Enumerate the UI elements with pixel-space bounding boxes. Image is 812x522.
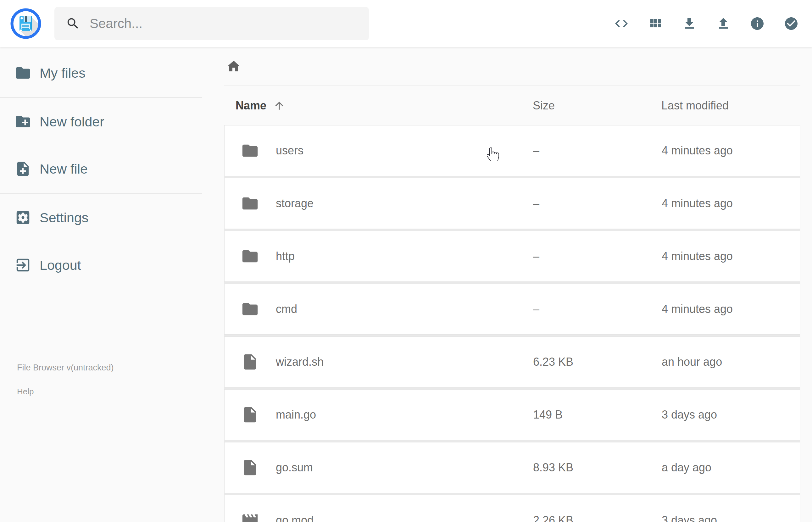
logout-icon bbox=[15, 257, 32, 274]
file-modified: 3 days ago bbox=[662, 514, 800, 522]
file-name: main.go bbox=[276, 408, 533, 421]
folder-icon bbox=[241, 194, 276, 213]
create-new-folder-icon bbox=[15, 113, 32, 130]
file-name: storage bbox=[276, 197, 533, 210]
code-icon bbox=[614, 16, 629, 31]
sidebar-item-label: New folder bbox=[40, 114, 104, 129]
note-add-icon bbox=[15, 160, 32, 177]
search-input[interactable] bbox=[89, 16, 348, 32]
folder-icon bbox=[15, 64, 32, 81]
file-row-go-sum[interactable]: go.sum 8.93 KB a day ago bbox=[224, 442, 800, 493]
arrow-up-icon bbox=[273, 100, 285, 112]
upload-icon bbox=[716, 16, 731, 31]
sidebar-divider bbox=[0, 97, 202, 98]
file-icon bbox=[241, 353, 276, 371]
header bbox=[0, 0, 812, 47]
info-button[interactable] bbox=[750, 16, 766, 32]
file-size: – bbox=[533, 144, 662, 157]
file-name: go.mod bbox=[276, 514, 533, 522]
listing-column-headers: Name Size Last modified bbox=[224, 86, 800, 125]
file-list: users – 4 minutes ago storage – 4 minute… bbox=[224, 125, 800, 522]
file-row-http[interactable]: http – 4 minutes ago bbox=[224, 231, 800, 282]
info-icon bbox=[750, 16, 765, 31]
file-size: 8.93 KB bbox=[533, 461, 662, 474]
app-version: File Browser v(untracked) bbox=[17, 362, 202, 373]
movie-icon bbox=[241, 511, 276, 522]
file-row-cmd[interactable]: cmd – 4 minutes ago bbox=[224, 284, 800, 335]
sidebar-item-label: My files bbox=[40, 65, 85, 81]
breadcrumb bbox=[224, 47, 800, 86]
header-toolbar bbox=[614, 16, 799, 32]
check-circle-icon bbox=[784, 16, 799, 31]
file-size: – bbox=[533, 250, 662, 263]
help-link[interactable]: Help bbox=[17, 386, 34, 397]
floppy-disk-logo-icon bbox=[10, 8, 41, 39]
file-row-main-go[interactable]: main.go 149 B 3 days ago bbox=[224, 389, 800, 440]
file-row-wizard-sh[interactable]: wizard.sh 6.23 KB an hour ago bbox=[224, 337, 800, 387]
file-modified: 4 minutes ago bbox=[662, 250, 800, 263]
file-name: cmd bbox=[276, 302, 533, 316]
file-size: 2.26 KB bbox=[533, 514, 662, 522]
sidebar-item-new-folder[interactable]: New folder bbox=[0, 106, 202, 137]
file-modified: 4 minutes ago bbox=[662, 144, 800, 157]
file-size: 6.23 KB bbox=[533, 355, 662, 368]
file-modified: 4 minutes ago bbox=[662, 302, 800, 316]
file-name: go.sum bbox=[276, 461, 533, 474]
upload-button[interactable] bbox=[716, 16, 731, 32]
sidebar-item-label: Settings bbox=[40, 210, 88, 225]
download-icon bbox=[682, 16, 697, 31]
column-header-modified[interactable]: Last modified bbox=[662, 99, 729, 112]
file-name: http bbox=[276, 250, 533, 263]
file-listing: Name Size Last modified users – 4 minute… bbox=[202, 47, 812, 522]
download-button[interactable] bbox=[682, 16, 697, 32]
file-icon bbox=[241, 406, 276, 424]
settings-icon bbox=[15, 209, 32, 226]
sidebar-item-logout[interactable]: Logout bbox=[0, 250, 202, 280]
file-modified: 4 minutes ago bbox=[662, 197, 800, 210]
sidebar-footer: File Browser v(untracked) Help bbox=[0, 362, 202, 397]
file-row-users[interactable]: users – 4 minutes ago bbox=[224, 125, 800, 176]
file-row-storage[interactable]: storage – 4 minutes ago bbox=[224, 178, 800, 229]
file-size: – bbox=[533, 197, 662, 210]
sidebar-item-new-file[interactable]: New file bbox=[0, 154, 202, 184]
sidebar-item-settings[interactable]: Settings bbox=[0, 202, 202, 233]
column-header-name[interactable]: Name bbox=[236, 99, 285, 112]
view-mode-button[interactable] bbox=[648, 16, 664, 32]
sidebar-item-label: Logout bbox=[40, 258, 81, 273]
home-button[interactable] bbox=[226, 59, 241, 74]
app-logo[interactable] bbox=[10, 8, 41, 39]
file-size: – bbox=[533, 302, 662, 316]
search-icon bbox=[66, 16, 80, 31]
file-modified: a day ago bbox=[662, 461, 800, 474]
sidebar: My files New folder New file Settings Lo… bbox=[0, 47, 202, 522]
file-size: 149 B bbox=[533, 408, 662, 421]
column-header-size[interactable]: Size bbox=[533, 99, 555, 112]
shell-toggle-button[interactable] bbox=[614, 16, 630, 32]
folder-icon bbox=[241, 247, 276, 265]
folder-icon bbox=[241, 141, 276, 160]
filebrowser-app: My files New folder New file Settings Lo… bbox=[0, 0, 812, 522]
file-name: users bbox=[276, 144, 533, 157]
select-multiple-button[interactable] bbox=[784, 16, 799, 32]
file-icon bbox=[241, 459, 276, 477]
sidebar-divider bbox=[0, 193, 202, 194]
file-row-go-mod[interactable]: go.mod 2.26 KB 3 days ago bbox=[224, 495, 800, 522]
folder-icon bbox=[241, 300, 276, 318]
search-bar[interactable] bbox=[55, 7, 369, 40]
home-icon bbox=[226, 59, 241, 74]
sidebar-item-my-files[interactable]: My files bbox=[0, 58, 202, 88]
file-name: wizard.sh bbox=[276, 355, 533, 368]
sidebar-item-label: New file bbox=[40, 161, 88, 177]
file-modified: 3 days ago bbox=[662, 408, 800, 421]
file-modified: an hour ago bbox=[662, 355, 800, 368]
grid-view-icon bbox=[648, 16, 663, 31]
